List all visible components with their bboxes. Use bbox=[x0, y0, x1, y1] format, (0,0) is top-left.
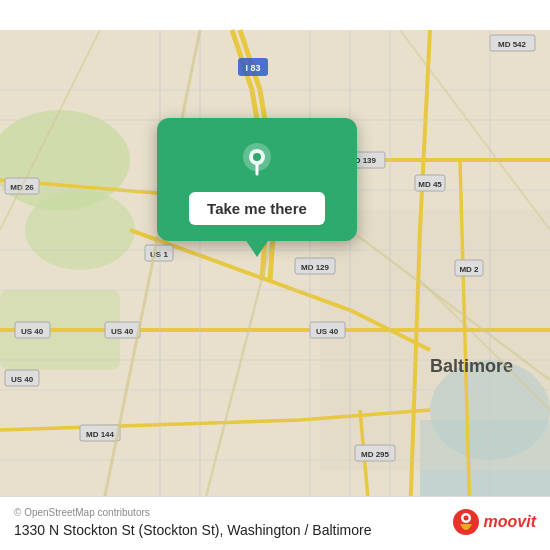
svg-text:MD 45: MD 45 bbox=[418, 180, 442, 189]
svg-point-41 bbox=[463, 516, 468, 521]
svg-text:MD 542: MD 542 bbox=[498, 40, 527, 49]
svg-text:MD 129: MD 129 bbox=[301, 263, 330, 272]
svg-text:MD 2: MD 2 bbox=[459, 265, 479, 274]
svg-text:US 40: US 40 bbox=[11, 375, 34, 384]
map-pin-icon bbox=[235, 138, 279, 182]
svg-text:US 40: US 40 bbox=[21, 327, 44, 336]
svg-text:Baltimore: Baltimore bbox=[430, 356, 513, 376]
take-me-there-button[interactable]: Take me there bbox=[189, 192, 325, 225]
svg-point-2 bbox=[25, 190, 135, 270]
svg-point-38 bbox=[253, 153, 261, 161]
svg-text:MD 295: MD 295 bbox=[361, 450, 390, 459]
map-container: I 83 MD 139 MD 45 MD 542 MD 2 US 1 MD 12… bbox=[0, 0, 550, 550]
svg-rect-6 bbox=[320, 210, 550, 470]
svg-text:US 40: US 40 bbox=[316, 327, 339, 336]
moovit-icon bbox=[452, 508, 480, 536]
svg-text:I 83: I 83 bbox=[245, 63, 260, 73]
location-popup: Take me there bbox=[157, 118, 357, 241]
svg-text:US 40: US 40 bbox=[111, 327, 134, 336]
svg-text:MD 144: MD 144 bbox=[86, 430, 115, 439]
moovit-brand-text: moovit bbox=[484, 513, 536, 531]
map-background: I 83 MD 139 MD 45 MD 542 MD 2 US 1 MD 12… bbox=[0, 0, 550, 550]
moovit-logo: moovit bbox=[452, 508, 536, 536]
